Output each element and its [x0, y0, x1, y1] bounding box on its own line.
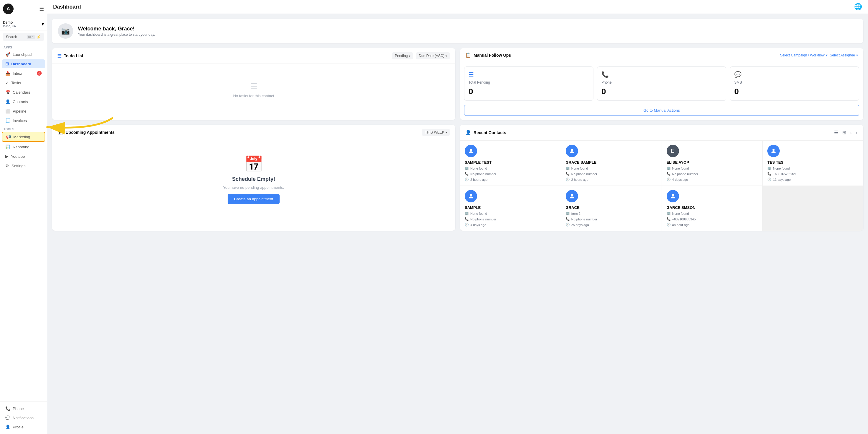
account-location: Irvine, CA: [3, 25, 16, 28]
sidebar-item-notifications[interactable]: 💬 Notifications: [2, 413, 45, 422]
chevron-down-icon: ▾: [42, 21, 44, 27]
account-info: Demo Irvine, CA: [3, 20, 16, 28]
sidebar-item-dashboard[interactable]: ⊞ Dashboard: [2, 59, 45, 68]
contact-detail-company: 🏢None found: [666, 211, 758, 215]
sidebar-item-label: Calendars: [13, 90, 30, 94]
contact-name: GRACE SAMPLE: [566, 160, 657, 165]
sidebar-item-launchpad[interactable]: 🚀 Launchpad: [2, 50, 45, 59]
sidebar-item-settings[interactable]: ⚙ Settings: [2, 161, 45, 170]
contact-card[interactable]: EELISE AYOP🏢None found📞No phone number🕐4…: [662, 141, 763, 185]
contact-card[interactable]: SAMPLE TEST🏢None found📞No phone number🕐2…: [460, 141, 561, 185]
select-assignee-btn[interactable]: Select Assignee ▾: [830, 53, 858, 57]
contact-detail-phone: 📞No phone number: [566, 217, 657, 221]
time-text: an hour ago: [672, 223, 690, 227]
contact-card[interactable]: GRACE SAMPLE🏢None found📞No phone number🕐…: [561, 141, 662, 185]
company-text: form 2: [571, 212, 581, 215]
select-campaign-label: Select Campaign / Workflow: [780, 53, 825, 57]
search-shortcut: ⌘ K: [27, 35, 35, 39]
todo-title-text: To do List: [64, 54, 83, 58]
calendar-icon: 📅: [57, 130, 63, 135]
chevron-down-icon: ▾: [826, 53, 828, 57]
sidebar-item-contacts[interactable]: 👤 Contacts: [2, 97, 45, 106]
contact-name: GRACE: [566, 205, 657, 210]
sidebar-item-calendars[interactable]: 📅 Calendars: [2, 88, 45, 96]
todo-title: ☰ To do List: [57, 53, 83, 59]
contact-detail-time: 🕐2 hours ago: [566, 178, 657, 181]
sidebar-item-tasks[interactable]: ✓ Tasks: [2, 78, 45, 87]
inbox-icon: 📥: [5, 71, 10, 76]
time-text: 25 days ago: [571, 223, 589, 227]
apps-section-label: Apps: [0, 44, 47, 50]
svg-point-0: [470, 149, 472, 151]
sidebar-item-pipeline[interactable]: ⬜ Pipeline: [2, 107, 45, 116]
sidebar-item-phone[interactable]: 📞 Phone: [2, 404, 45, 413]
contact-avatar: [566, 190, 578, 202]
todo-empty: ☰ No tasks for this contact: [52, 64, 455, 116]
sidebar-item-reporting[interactable]: 📊 Reporting: [2, 142, 45, 151]
account-section[interactable]: Demo Irvine, CA ▾: [0, 18, 47, 30]
contacts-header-actions: ☰ ⊞ ‹ ›: [833, 129, 858, 136]
this-week-label: THIS WEEK: [425, 130, 444, 135]
sidebar-header: A ☰: [0, 0, 47, 18]
hamburger-icon[interactable]: ☰: [39, 6, 44, 12]
time-text: 11 days ago: [773, 178, 790, 181]
contacts-title-text: Recent Contacts: [473, 130, 506, 135]
sidebar-item-label: Reporting: [13, 145, 29, 149]
svg-point-2: [773, 149, 775, 151]
followups-header: 📋 Manual Follow Ups Select Campaign / Wo…: [460, 48, 863, 62]
contact-name: ELISE AYOP: [666, 160, 758, 165]
followups-title: 📋 Manual Follow Ups: [465, 52, 511, 58]
sidebar-item-profile[interactable]: 👤 Profile: [2, 423, 45, 431]
phone-detail-icon: 📞: [767, 172, 771, 176]
calendar-empty-icon: 📅: [244, 155, 264, 173]
welcome-title: Welcome back, Grace!: [78, 26, 155, 32]
next-btn[interactable]: ›: [855, 129, 858, 136]
time-icon: 🕐: [566, 178, 570, 181]
chevron-icon: ▾: [409, 54, 410, 58]
notifications-icon: 💬: [5, 415, 10, 420]
contact-card[interactable]: SAMPLE🏢None found📞No phone number🕐4 days…: [460, 186, 561, 231]
chevron-icon: ▾: [445, 54, 447, 58]
contact-avatar: [465, 145, 477, 157]
todo-header: ☰ To do List Pending ▾ Due Date (ASC) ▾: [52, 48, 455, 64]
grid-view-btn[interactable]: ⊞: [841, 129, 847, 136]
company-text: None found: [470, 212, 487, 215]
sidebar-item-marketing[interactable]: 📢 Marketing: [2, 132, 45, 142]
inbox-badge: 0: [37, 71, 42, 76]
phone-icon: 📞: [5, 406, 10, 411]
phone-detail-icon: 📞: [566, 172, 570, 176]
contact-card[interactable]: TES TES🏢None found📞+639165232321🕐11 days…: [763, 141, 863, 185]
page-title: Dashboard: [53, 4, 81, 10]
sidebar-item-youtube[interactable]: ▶ Youtube: [2, 152, 45, 161]
sidebar-item-label: Notifications: [13, 416, 34, 420]
this-week-filter-btn[interactable]: THIS WEEK ▾: [422, 129, 450, 136]
phone-text: No phone number: [672, 172, 698, 176]
contact-detail-company: 🏢None found: [767, 166, 859, 170]
time-icon: 🕐: [465, 223, 469, 227]
contact-card[interactable]: GRACE🏢form 2📞No phone number🕐25 days ago: [561, 186, 662, 231]
pending-filter-btn[interactable]: Pending ▾: [392, 52, 413, 59]
select-campaign-btn[interactable]: Select Campaign / Workflow ▾: [780, 53, 828, 57]
sidebar-item-inbox[interactable]: 📥 Inbox 0: [2, 69, 45, 78]
sidebar-item-invoices[interactable]: 🧾 Invoices: [2, 116, 45, 125]
appointments-title: 📅 Upcoming Appointments: [57, 130, 115, 135]
todo-actions: Pending ▾ Due Date (ASC) ▾: [392, 52, 450, 59]
sidebar-item-label: Invoices: [13, 118, 27, 123]
contact-detail-time: 🕐2 hours ago: [465, 178, 556, 181]
prev-btn[interactable]: ‹: [849, 129, 852, 136]
create-appointment-btn[interactable]: Create an appointment: [228, 194, 280, 204]
phone-text: No phone number: [470, 172, 496, 176]
sidebar-item-label: Inbox: [13, 71, 22, 76]
contact-avatar: [465, 190, 477, 202]
search-bar[interactable]: Search ⌘ K ⚡: [3, 33, 44, 41]
followups-actions: Select Campaign / Workflow ▾ Select Assi…: [780, 53, 858, 57]
globe-icon[interactable]: 🌐: [854, 3, 862, 11]
go-to-manual-actions-btn[interactable]: Go to Manual Actions: [464, 105, 859, 116]
appointments-empty: 📅 Schedule Empty! You have no pending ap…: [52, 140, 455, 219]
svg-point-5: [672, 194, 674, 196]
list-view-btn[interactable]: ☰: [833, 129, 839, 136]
due-date-filter-btn[interactable]: Due Date (ASC) ▾: [416, 52, 450, 59]
welcome-subtitle: Your dashboard is a great place to start…: [78, 32, 155, 37]
contact-card[interactable]: GARCE SMSON🏢None found📞+639108965345🕐an …: [662, 186, 763, 231]
phone-detail-icon: 📞: [566, 217, 570, 221]
